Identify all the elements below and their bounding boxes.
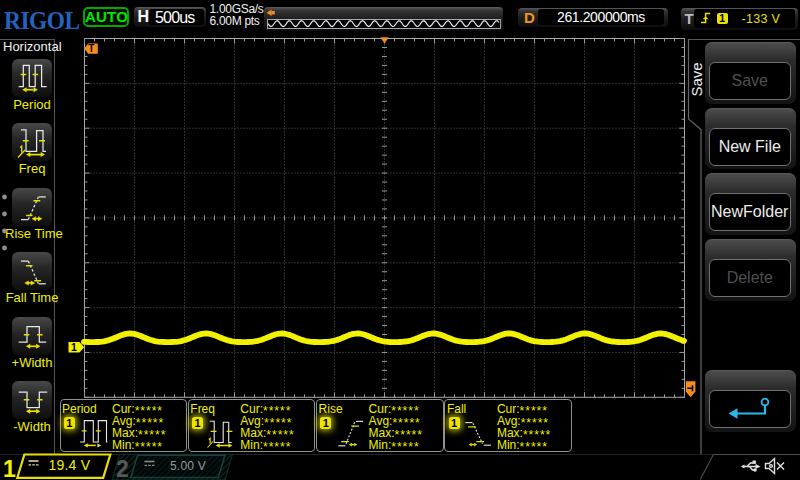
- svg-text:Save: Save: [688, 62, 705, 96]
- svg-text:1: 1: [71, 341, 77, 353]
- svg-text:T: T: [88, 43, 94, 54]
